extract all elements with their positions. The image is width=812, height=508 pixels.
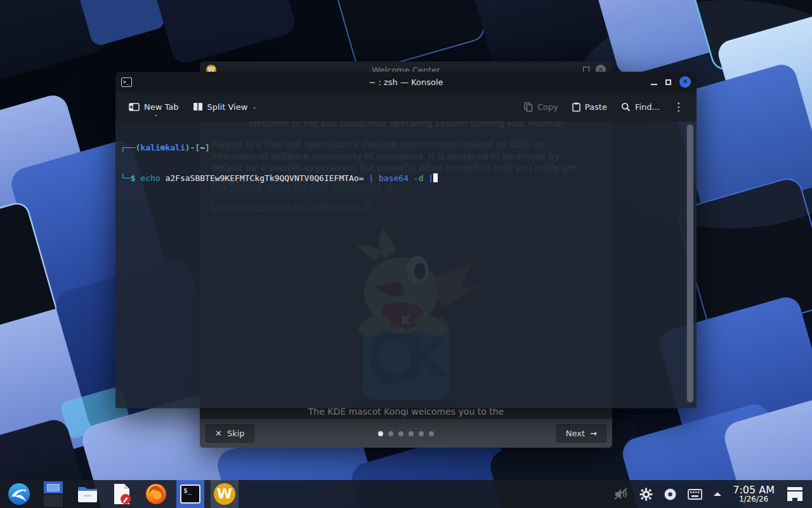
prompt-line-1: ┌──(kali⊛kali)-[~] bbox=[121, 143, 697, 153]
copy-icon bbox=[524, 102, 533, 112]
konsole-icon: $_ bbox=[180, 485, 200, 504]
page-dot[interactable] bbox=[388, 431, 393, 436]
konsole-window-title: ~ : zsh — Konsole bbox=[115, 77, 697, 87]
terminal-output[interactable]: ┌──(kali⊛kali)-[~] └─$ echo a2FsaSBBTEw9… bbox=[115, 121, 697, 408]
desktop-2[interactable] bbox=[44, 495, 63, 507]
skip-button[interactable]: ✕ Skip bbox=[206, 424, 254, 443]
next-button-label: Next bbox=[566, 429, 585, 438]
paste-label: Paste bbox=[585, 102, 607, 112]
kebab-menu-icon: ⋮ bbox=[673, 100, 684, 113]
page-dot[interactable] bbox=[398, 431, 403, 436]
task-welcome-center[interactable]: W bbox=[211, 480, 239, 508]
task-konsole-active[interactable]: $_ bbox=[176, 480, 204, 508]
copy-label: Copy bbox=[537, 102, 558, 112]
expand-tray-icon[interactable] bbox=[713, 491, 722, 497]
page-dots bbox=[200, 431, 612, 436]
split-view-icon bbox=[193, 102, 203, 111]
page-dot[interactable] bbox=[409, 431, 414, 436]
welcome-center-icon: W bbox=[214, 483, 235, 505]
minimize-button[interactable] bbox=[651, 84, 657, 85]
folder-icon bbox=[77, 485, 98, 504]
clock-date: 1/26/26 bbox=[733, 495, 775, 504]
keyboard-layout-icon[interactable] bbox=[688, 489, 702, 500]
pager-widget bbox=[44, 481, 63, 507]
find-button[interactable]: Find... bbox=[615, 98, 665, 116]
settings-gear-icon[interactable] bbox=[639, 488, 653, 501]
konsole-toolbar: New Tab ⌄ Split View ⌄ Copy bbox=[115, 92, 697, 121]
search-icon bbox=[621, 102, 631, 112]
digital-clock[interactable]: 7:05 AM 1/26/26 bbox=[733, 485, 775, 504]
firefox-icon bbox=[145, 483, 167, 505]
copy-button[interactable]: Copy bbox=[518, 98, 564, 116]
new-tab-button[interactable]: New Tab ⌄ bbox=[123, 98, 185, 116]
prompt-line-2: └─$ echo a2FsaSBBTEw9KEFMTCkgTk9QQVNTV0Q… bbox=[121, 173, 697, 184]
task-text-editor[interactable] bbox=[108, 480, 136, 508]
page-dot[interactable] bbox=[378, 431, 383, 436]
record-status-icon[interactable] bbox=[664, 488, 677, 501]
overflow-menu-button[interactable]: ⋮ bbox=[668, 98, 689, 116]
close-button[interactable]: ✕ bbox=[679, 76, 691, 88]
clock-time: 7:05 AM bbox=[733, 485, 775, 496]
paste-button[interactable]: Paste bbox=[566, 98, 613, 116]
new-tab-label: New Tab bbox=[144, 102, 179, 112]
kali-menu-icon bbox=[8, 483, 30, 505]
scrollbar-thumb[interactable] bbox=[687, 124, 693, 403]
audio-muted-icon[interactable] bbox=[613, 487, 629, 501]
paste-icon bbox=[572, 102, 580, 112]
taskbar: $_ W bbox=[0, 480, 812, 508]
text-cursor bbox=[433, 173, 438, 182]
maximize-button[interactable] bbox=[665, 79, 671, 85]
desktop-1-active[interactable] bbox=[44, 481, 63, 493]
find-label: Find... bbox=[635, 102, 660, 112]
task-file-manager[interactable] bbox=[74, 480, 102, 508]
virtual-desktop-pager[interactable] bbox=[39, 480, 67, 508]
page-dot[interactable] bbox=[419, 431, 424, 436]
split-view-label: Split View bbox=[207, 102, 248, 112]
chevron-down-icon: ⌄ bbox=[252, 104, 257, 110]
konsole-titlebar[interactable]: >_ ~ : zsh — Konsole ✕ bbox=[115, 72, 697, 92]
konsole-app-icon: >_ bbox=[121, 77, 132, 87]
new-tab-icon bbox=[129, 102, 140, 112]
arrow-right-icon: → bbox=[590, 429, 597, 438]
document-edit-icon bbox=[112, 483, 131, 505]
show-desktop-icon[interactable] bbox=[785, 486, 804, 502]
welcome-footer: ✕ Skip Next → bbox=[200, 419, 612, 448]
page-dot[interactable] bbox=[429, 431, 434, 436]
next-button[interactable]: Next → bbox=[556, 424, 606, 443]
close-icon: ✕ bbox=[215, 429, 222, 438]
skip-button-label: Skip bbox=[227, 429, 245, 438]
app-launcher-button[interactable] bbox=[5, 480, 33, 508]
task-firefox[interactable] bbox=[142, 480, 170, 508]
konsole-window: >_ ~ : zsh — Konsole ✕ New Tab ⌄ Split V… bbox=[115, 72, 697, 408]
split-view-button[interactable]: Split View ⌄ bbox=[187, 98, 263, 116]
chevron-down-icon: ⌄ bbox=[154, 111, 159, 117]
